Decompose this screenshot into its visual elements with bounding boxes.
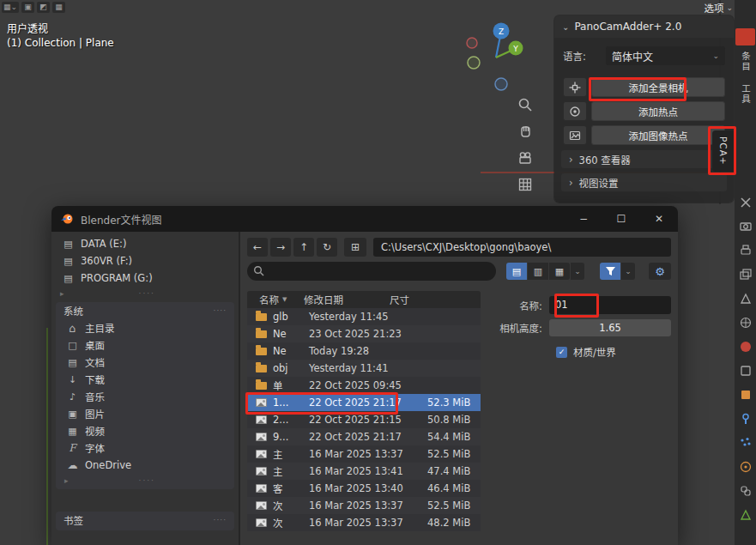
sidebar-item-pictures[interactable]: 图片 (56, 405, 234, 422)
file-row[interactable]: 次16 Mar 2025 13:3752.5 MiB (247, 497, 481, 514)
zoom-icon[interactable] (515, 94, 535, 115)
file-size: 48.2 MiB (412, 517, 481, 529)
file-row[interactable]: 单22 Oct 2025 09:45 (247, 377, 481, 394)
collection-tab-icon[interactable] (739, 364, 753, 378)
file-row[interactable]: 次16 Mar 2025 13:3748.2 MiB (247, 514, 481, 531)
language-select[interactable]: 简体中文 ⌄ (606, 46, 725, 65)
hotspot-icon-button[interactable] (563, 101, 587, 121)
camera-move-icon-button[interactable] (563, 77, 587, 97)
panel-drag-handle[interactable]: ▸···· (51, 287, 239, 300)
sidebar-item-label: OneDrive (85, 459, 131, 471)
maximize-button[interactable]: ☐ (602, 206, 640, 232)
search-input[interactable] (247, 262, 496, 281)
thumbnail-view-button[interactable]: ▦ (549, 263, 570, 280)
sidebar-item-documents[interactable]: 文档 (56, 354, 234, 371)
file-row[interactable]: 客16 Mar 2025 13:4046.4 MiB (247, 480, 481, 497)
filter-options-button[interactable]: ⚙ (649, 263, 671, 280)
file-row[interactable]: 主16 Mar 2025 13:4147.4 MiB (247, 463, 481, 480)
view-toggle-icon-1[interactable]: ▣ (21, 2, 34, 13)
horizontal-list-view-button[interactable]: ▥ (528, 263, 548, 280)
display-settings-dropdown[interactable]: ⌄ (571, 263, 584, 280)
file-name: 1... (273, 397, 309, 409)
pan-hand-icon[interactable] (515, 121, 535, 142)
close-button[interactable]: ✕ (640, 206, 678, 232)
view-toggle-icon-2[interactable]: ◩ (37, 2, 50, 13)
file-date: 22 Oct 2025 21:17 (309, 397, 412, 409)
active-vertical-tab[interactable] (735, 28, 755, 45)
file-row[interactable]: objYesterday 11:41 (247, 360, 481, 377)
sidebar-item-desktop[interactable]: 桌面 (56, 336, 234, 354)
section-view-settings[interactable]: › 视图设置 (561, 173, 727, 191)
object-tab-icon[interactable] (739, 388, 753, 402)
render-tab-icon[interactable] (739, 220, 753, 233)
sidebar-item-onedrive[interactable]: OneDrive (56, 457, 234, 474)
sidebar-item-music[interactable]: 音乐 (56, 388, 234, 405)
particles-tab-icon[interactable] (739, 436, 753, 450)
volume-item[interactable]: 360VR (F:) (51, 252, 239, 269)
camera-view-icon[interactable] (515, 148, 535, 168)
modifier-tab-icon[interactable] (739, 412, 753, 426)
volume-item[interactable]: PROGRAM (G:) (51, 269, 239, 287)
refresh-button[interactable]: ↻ (317, 238, 337, 257)
image-hotspot-icon-button[interactable] (563, 125, 587, 145)
pca-plus-tab[interactable]: PCA+ (712, 130, 734, 172)
window-titlebar[interactable]: Blender文件视图 − ☐ ✕ (51, 206, 678, 232)
filename-input[interactable]: 01 (549, 296, 671, 314)
output-tab-icon[interactable] (739, 244, 753, 257)
minimize-button[interactable]: − (565, 206, 602, 232)
sidebar-item-downloads[interactable]: 下载 (56, 371, 234, 388)
panel-header[interactable]: ⌄ PanoCamAdder+ 2.0 (554, 15, 734, 38)
constraint-tab-icon[interactable] (739, 484, 753, 498)
file-row-selected[interactable]: 1...22 Oct 2025 21:1752.3 MiB (247, 394, 481, 411)
file-row[interactable]: 主16 Mar 2025 13:3752.5 MiB (247, 445, 481, 463)
folder-icon (256, 330, 267, 338)
gizmo-neg-x[interactable] (467, 38, 477, 48)
bookmarks-panel-header[interactable]: 书签···· (56, 512, 234, 529)
data-tab-icon[interactable] (739, 508, 753, 522)
tool-tab-icon[interactable] (739, 196, 753, 209)
filebrowser-sidebar: DATA (E:) 360VR (F:) PROGRAM (G:) ▸···· … (51, 232, 240, 545)
file-row[interactable]: Ne23 Oct 2025 21:23 (247, 325, 481, 342)
path-field[interactable]: C:\Users\CXJ\Desktop\gong\baoye\ (373, 238, 671, 257)
panel-drag-handle[interactable]: ▸···· (56, 474, 234, 487)
sidebar-tab-tool[interactable]: 工具 (740, 84, 753, 104)
file-row[interactable]: NeToday 19:28 (247, 342, 481, 360)
up-button[interactable]: ↑ (293, 238, 314, 257)
navigation-gizmo[interactable]: Z Y (462, 17, 534, 96)
world-active-tab-icon[interactable] (739, 340, 753, 354)
file-row[interactable]: glbYesterday 11:45 (247, 308, 481, 325)
grid-toggle-icon[interactable] (515, 174, 535, 195)
sidebar-tab-item[interactable]: 条目 (740, 51, 753, 71)
physics-tab-icon[interactable] (739, 460, 753, 474)
sidebar-item-videos[interactable]: 视频 (56, 422, 234, 439)
file-row[interactable]: 9...22 Oct 2025 21:1754.4 MiB (247, 428, 481, 445)
gizmo-neg-z[interactable] (495, 78, 507, 90)
sidebar-item-fonts[interactable]: 字体 (56, 439, 234, 457)
material-world-checkbox[interactable]: ✓ (556, 347, 567, 358)
editor-type-icon[interactable]: ▦⌄ (2, 2, 19, 13)
camera-height-input[interactable]: 1.65 (549, 319, 671, 336)
file-row[interactable]: 2...22 Oct 2025 21:1550.8 MiB (247, 411, 481, 428)
filter-toggle-button[interactable] (600, 263, 620, 280)
forward-button[interactable]: → (270, 238, 291, 257)
column-header-date[interactable]: 修改日期 (304, 293, 390, 306)
section-360-viewer[interactable]: › 360 查看器 (561, 150, 727, 168)
back-button[interactable]: ← (247, 238, 268, 257)
sidebar-item-home[interactable]: 主目录 (56, 319, 234, 336)
volume-item[interactable]: DATA (E:) (51, 235, 239, 252)
column-header-size[interactable]: 尺寸 (390, 293, 481, 306)
filter-settings-dropdown[interactable]: ⌄ (621, 263, 635, 280)
new-folder-button[interactable]: ⊞ (344, 238, 366, 257)
add-image-hotspot-button[interactable]: 添加图像热点 (591, 125, 725, 145)
gizmo-neg-y[interactable] (468, 57, 480, 69)
world-tab-icon[interactable] (739, 316, 753, 330)
vertical-list-view-button[interactable]: ▤ (506, 263, 527, 280)
add-panorama-camera-button[interactable]: 添加全景相机 (591, 77, 725, 97)
options-dropdown[interactable]: 选项 ⌄ (683, 1, 733, 14)
add-hotspot-button[interactable]: 添加热点 (591, 101, 725, 121)
viewlayer-tab-icon[interactable] (739, 268, 753, 282)
system-panel-header[interactable]: 系统···· (56, 302, 234, 319)
column-header-name[interactable]: 名称▼ (259, 293, 304, 306)
scene-tab-icon[interactable] (739, 292, 753, 306)
view-toggle-icon-3[interactable]: ▦ (52, 2, 65, 13)
